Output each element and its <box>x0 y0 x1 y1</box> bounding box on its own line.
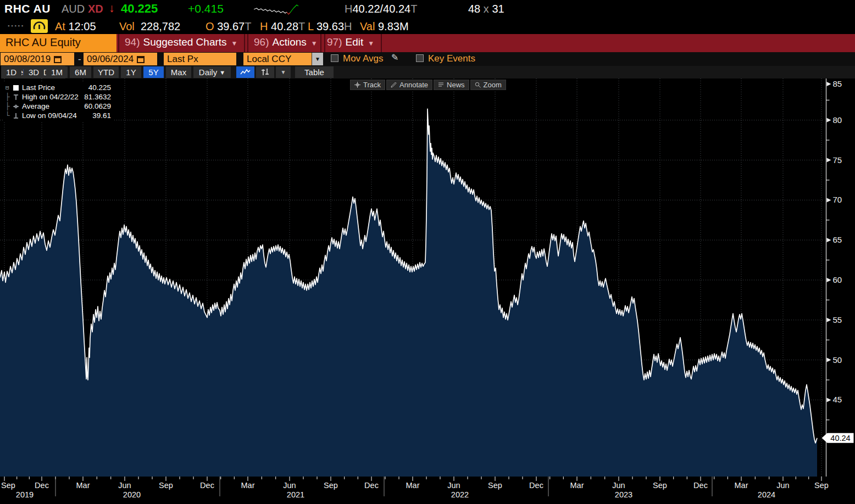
currency-select[interactable]: Local CCY <box>243 53 312 65</box>
svg-text:2019: 2019 <box>16 490 34 499</box>
price-field-select[interactable]: Last Px <box>164 53 236 65</box>
average-marker-icon <box>13 103 22 110</box>
svg-text:Dec: Dec <box>529 481 543 490</box>
svg-text:60: 60 <box>833 275 842 284</box>
chart-type-dropdown[interactable]: ▼ <box>276 66 291 78</box>
tab-max[interactable]: Max <box>166 66 191 78</box>
pencil-icon[interactable]: ✎ <box>391 52 398 63</box>
svg-text:Sep: Sep <box>814 481 829 490</box>
news-button[interactable]: News <box>434 80 469 90</box>
svg-text:2024: 2024 <box>758 490 775 499</box>
svg-text:Sep: Sep <box>488 481 502 490</box>
bar-chart-type-button[interactable] <box>256 66 274 78</box>
svg-text:50: 50 <box>833 355 842 365</box>
svg-text:Jun: Jun <box>447 481 460 490</box>
legend-row-low[interactable]: └ Low on 09/04/24 39.61 <box>5 111 111 120</box>
mov-avgs-checkbox[interactable] <box>331 54 338 62</box>
price-change: +0.415 <box>188 2 224 15</box>
tab-1y[interactable]: 1Y <box>121 66 141 78</box>
period-tab-row: 1D 3D 1M 6M YTD 1Y 5Y Max Daily ▼ ▼ Tabl… <box>0 66 855 79</box>
annotate-button[interactable]: Annotate <box>386 80 432 90</box>
low-price: L 39.63H <box>308 20 352 33</box>
traded-value: Val 9.83M <box>360 20 409 33</box>
tab-3d[interactable]: 3D <box>24 66 44 78</box>
svg-text:55: 55 <box>833 315 842 324</box>
svg-text:2020: 2020 <box>123 490 141 499</box>
svg-text:Mar: Mar <box>735 481 748 490</box>
currency-code: AUD <box>62 3 85 15</box>
security-field[interactable]: RHC AU Equity <box>0 34 116 52</box>
date-to-input[interactable]: 09/06/2024 <box>84 53 157 65</box>
svg-text:Dec: Dec <box>35 481 49 490</box>
track-button[interactable]: Track <box>350 80 385 90</box>
svg-text:Jun: Jun <box>283 481 296 490</box>
quote-row-primary: RHC AU AUD XD ↓ 40.225 +0.415 H40.22/40.… <box>0 0 855 18</box>
table-button[interactable]: Table <box>295 66 334 78</box>
svg-text:Dec: Dec <box>693 481 708 490</box>
key-events-checkbox[interactable] <box>416 54 424 62</box>
tree-expander-icon[interactable]: ⊟ <box>5 84 13 91</box>
svg-text:Dec: Dec <box>200 481 214 490</box>
legend-row-high[interactable]: ├ High on 04/22/22 81.3632 <box>5 92 111 102</box>
mov-avgs-label: Mov Avgs <box>343 53 383 64</box>
svg-text:85: 85 <box>833 79 842 88</box>
date-from-input[interactable]: 09/08/2019 <box>1 53 74 65</box>
svg-text:75: 75 <box>833 155 842 165</box>
svg-text:80: 80 <box>833 115 842 125</box>
zoom-button[interactable]: Zoom <box>470 80 506 90</box>
calendar-icon <box>54 56 62 63</box>
price-chart-area: 45505560657075808540.24SepDecMarJunSepDe… <box>0 79 855 504</box>
svg-text:Jun: Jun <box>776 481 789 490</box>
menu-edit[interactable]: 97)Edit▼ <box>320 34 382 52</box>
legend-row-last-price[interactable]: ⊟ Last Price 40.225 <box>5 83 111 92</box>
gauge-icon[interactable] <box>31 19 48 33</box>
last-price: 40.225 <box>121 2 158 16</box>
price-down-arrow-icon: ↓ <box>109 2 115 15</box>
svg-text:Sep: Sep <box>1 481 15 490</box>
chevron-down-icon: ▼ <box>368 40 374 47</box>
svg-text:Sep: Sep <box>653 481 667 490</box>
track-icon <box>354 82 360 88</box>
menu-actions[interactable]: 96)Actions▼ <box>247 34 325 52</box>
chevron-down-icon: ▼ <box>219 69 225 76</box>
svg-text:Mar: Mar <box>406 481 420 490</box>
svg-text:2023: 2023 <box>615 490 632 499</box>
news-icon <box>438 82 444 88</box>
svg-text:45: 45 <box>833 395 842 404</box>
lot-size: 48 x 31 <box>468 3 504 15</box>
chart-legend[interactable]: ⊟ Last Price 40.225 ├ High on 04/22/22 8… <box>3 82 113 122</box>
tab-6m[interactable]: 6M <box>70 66 91 78</box>
chart-settings-row: 09/08/2019 - 09/06/2024 Last Px Local CC… <box>0 52 855 66</box>
svg-text:40.24: 40.24 <box>830 434 850 443</box>
quote-dots: ▪▪▪▪▪ <box>8 23 25 29</box>
key-events-label: Key Events <box>428 53 475 64</box>
intraday-sparkline <box>254 2 301 16</box>
svg-text:2021: 2021 <box>287 490 304 499</box>
chevron-down-icon: ▼ <box>311 40 318 47</box>
quote-row-secondary: ▪▪▪▪▪ At 12:05 Vol 228,782 O 39.67T H 40… <box>0 18 855 34</box>
low-marker-icon <box>13 113 22 119</box>
tab-1d[interactable]: 1D <box>1 66 21 78</box>
price-chart-svg[interactable]: 45505560657075808540.24SepDecMarJunSepDe… <box>0 79 855 504</box>
frequency-select[interactable]: Daily ▼ <box>193 66 231 78</box>
tab-ytd[interactable]: YTD <box>93 66 119 78</box>
high-price: H 40.28T <box>260 20 305 33</box>
ex-dividend-flag: XD <box>88 3 103 15</box>
svg-text:Mar: Mar <box>76 481 90 490</box>
tab-5y[interactable]: 5Y <box>143 66 164 78</box>
svg-text:Jun: Jun <box>118 481 131 490</box>
menu-suggested-charts[interactable]: 94)Suggested Charts▼ <box>118 34 245 52</box>
line-chart-type-button[interactable] <box>236 66 254 78</box>
volume: Vol 228,782 <box>119 20 180 33</box>
tab-1m[interactable]: 1M <box>46 66 68 78</box>
svg-text:Mar: Mar <box>570 481 584 490</box>
date-range-dash: - <box>78 54 81 65</box>
at-time: At 12:05 <box>55 20 96 33</box>
svg-text:Jun: Jun <box>612 481 625 490</box>
high-marker-icon <box>13 94 22 100</box>
svg-text:Sep: Sep <box>159 481 173 490</box>
legend-row-average[interactable]: ├ Average 60.0629 <box>5 102 111 111</box>
currency-dropdown-button[interactable]: ▼ <box>312 53 323 65</box>
magnifier-icon <box>475 82 481 88</box>
pencil-icon <box>391 82 397 88</box>
